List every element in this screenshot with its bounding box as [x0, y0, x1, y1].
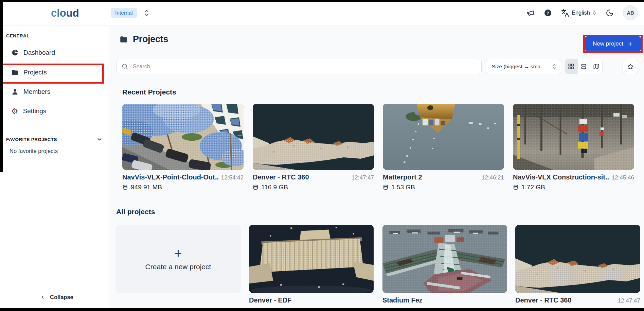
sidebar-item-projects[interactable]: Projects [0, 64, 113, 81]
new-project-button[interactable]: New project [585, 36, 641, 51]
chevron-left-icon [40, 295, 45, 300]
database-icon [253, 184, 258, 191]
project-time: 12:45:46 [612, 174, 634, 181]
project-time: 12:47:47 [352, 174, 374, 181]
sidebar: GENERAL Dashboard Projects Members ⚙ Set… [0, 25, 109, 311]
project-card[interactable]: NavVis-VLX Construction-sit... 12:45:46 … [513, 104, 634, 191]
project-time: 12:46:21 [482, 174, 504, 181]
dark-mode-icon[interactable] [606, 9, 614, 17]
project-thumbnail[interactable] [515, 225, 640, 293]
sidebar-item-label: Members [23, 88, 50, 96]
project-size: 1.53 GB [391, 184, 415, 191]
project-time: 12:54:42 [221, 174, 244, 181]
database-icon [383, 184, 389, 191]
project-name: Stadium Fez [382, 296, 423, 304]
project-size: 1.72 GB [521, 184, 545, 191]
project-size: 949.91 MB [131, 184, 162, 191]
project-name: Denver - RTC 360 [515, 296, 572, 304]
announcements-icon[interactable] [526, 9, 535, 17]
project-thumbnail[interactable] [382, 225, 507, 293]
folder-icon [119, 35, 128, 44]
app-window: cloud Internal ? [0, 0, 644, 311]
main-content: Projects New project Size (biggest → sma… [109, 25, 644, 311]
create-project-label: Create a new project [145, 263, 211, 271]
language-selector[interactable]: English [561, 9, 596, 17]
favorites-filter-button[interactable] [623, 59, 638, 74]
chevron-updown-icon [592, 10, 596, 16]
project-card[interactable]: NavVis-VLX-Point-Cloud-Out... 12:54:42 9… [122, 104, 244, 191]
chevron-updown-icon [552, 63, 556, 70]
help-icon[interactable]: ? [544, 9, 552, 17]
map-view-button[interactable] [590, 59, 602, 74]
grid-view-button[interactable] [565, 59, 577, 74]
project-name: Matterport 2 [383, 173, 422, 181]
search-box [116, 59, 482, 74]
project-thumbnail[interactable] [122, 104, 244, 170]
list-view-icon [580, 63, 587, 70]
sidebar-section-general: GENERAL [6, 33, 30, 38]
recent-projects-heading: Recent Projects [122, 88, 176, 96]
database-icon [513, 184, 519, 191]
view-toggle [565, 59, 603, 74]
plus-icon [627, 41, 633, 47]
sidebar-item-label: Projects [23, 69, 47, 76]
project-thumbnail[interactable] [249, 225, 374, 293]
all-projects-heading: All projects [116, 208, 155, 216]
favorite-projects-label: FAVORITE PROJECTS [6, 137, 57, 142]
project-name: NavVis-VLX Construction-sit... [513, 173, 609, 181]
sort-dropdown[interactable]: Size (biggest → sma... [486, 59, 561, 74]
annotation-highlight-new-project: New project [583, 35, 643, 53]
search-icon [121, 63, 128, 71]
top-bar: cloud Internal ? [0, 0, 644, 26]
favorites-empty-text: No favorite projects [10, 148, 58, 154]
project-card[interactable]: Denver - RTC 360 12:47:47 116.9 GB [253, 104, 374, 191]
workspace-badge[interactable]: Internal [111, 8, 137, 18]
sidebar-item-members[interactable]: Members [0, 84, 113, 100]
project-name: NavVis-VLX-Point-Cloud-Out... [122, 173, 218, 181]
project-name: Denver - RTC 360 [253, 173, 309, 181]
screen-edge [0, 0, 3, 172]
plus-icon: + [174, 247, 182, 259]
project-thumbnail[interactable] [513, 104, 634, 170]
list-view-button[interactable] [577, 59, 590, 74]
project-thumbnail[interactable] [383, 104, 504, 170]
sidebar-divider [6, 130, 103, 130]
collapse-label: Collapse [50, 294, 73, 300]
sidebar-item-settings[interactable]: ⚙ Settings [0, 103, 113, 119]
svg-text:?: ? [547, 10, 549, 15]
workspace-selector-icon[interactable] [144, 9, 149, 17]
collapse-sidebar-button[interactable]: Collapse [40, 294, 73, 300]
favorite-projects-header[interactable]: FAVORITE PROJECTS [6, 136, 103, 142]
search-input[interactable] [116, 59, 482, 74]
folder-icon [11, 69, 19, 76]
sidebar-item-label: Dashboard [23, 49, 55, 56]
project-time: 12:47:47 [618, 297, 640, 304]
gear-icon: ⚙ [11, 107, 18, 115]
sidebar-item-label: Settings [23, 107, 47, 115]
project-thumbnail[interactable] [253, 104, 374, 170]
map-view-icon [593, 63, 600, 70]
screen-edge [0, 0, 644, 2]
cloud-logo[interactable]: cloud [51, 5, 82, 20]
page-title: Projects [133, 34, 168, 45]
project-card[interactable]: Matterport 2 12:46:21 1.53 GB [383, 104, 504, 191]
person-icon [11, 88, 19, 96]
translate-icon [561, 9, 569, 17]
project-card[interactable]: Stadium Fez 117.48 GB [382, 225, 507, 311]
project-card[interactable]: Denver - EDF 139.42 GB [249, 225, 374, 311]
language-label: English [572, 10, 590, 16]
database-icon [122, 184, 128, 191]
svg-text:cloud: cloud [51, 7, 79, 19]
star-icon [627, 63, 634, 70]
sort-selected-value: Size (biggest → sma... [492, 64, 545, 70]
create-new-project-card[interactable]: + Create a new project [115, 225, 241, 293]
project-card[interactable]: Denver - RTC 360 12:47:47 116.9 GB [515, 225, 640, 311]
grid-view-icon [568, 63, 574, 70]
project-name: Denver - EDF [249, 296, 292, 304]
sidebar-item-dashboard[interactable]: Dashboard [0, 45, 113, 61]
chevron-down-icon [96, 136, 103, 142]
project-size: 116.9 GB [261, 184, 288, 191]
screen-edge [0, 308, 644, 311]
pie-chart-icon [11, 49, 19, 56]
avatar[interactable]: AB [623, 5, 638, 20]
